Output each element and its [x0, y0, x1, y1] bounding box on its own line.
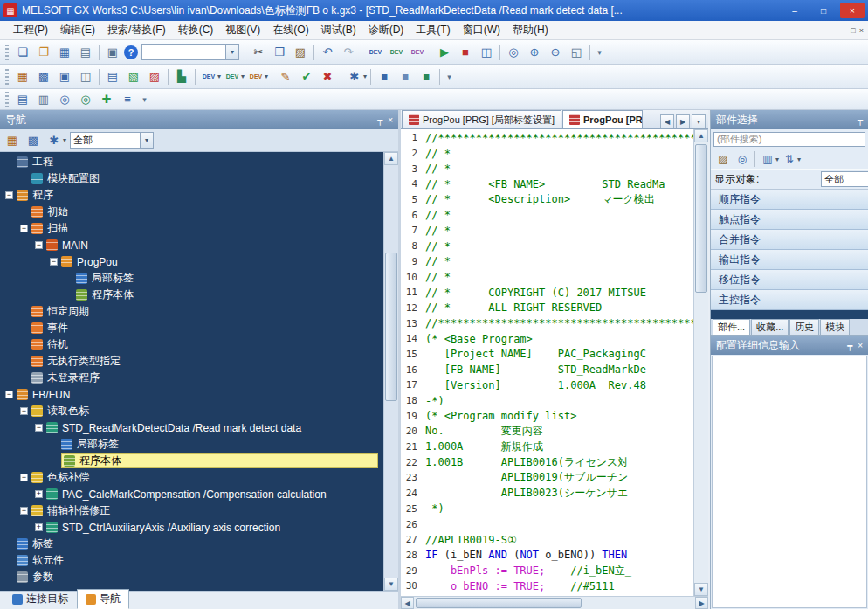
- tree-item[interactable]: 软元件: [0, 552, 383, 569]
- delete-row-icon[interactable]: ▨: [145, 67, 164, 87]
- output-window-icon[interactable]: ▣: [55, 67, 74, 87]
- scroll-up-icon[interactable]: ▲: [384, 152, 398, 165]
- display-target-combobox[interactable]: 全部: [821, 171, 868, 187]
- tree-item[interactable]: 模块配置图: [0, 170, 383, 187]
- close-icon[interactable]: ×: [388, 115, 393, 125]
- convert-icon[interactable]: ✔: [297, 67, 316, 87]
- tree-item[interactable]: −读取色标: [0, 403, 383, 419]
- menu-item[interactable]: 视图(V): [219, 21, 266, 39]
- scroll-left-icon[interactable]: ◀: [401, 597, 414, 609]
- find-icon[interactable]: ◎: [55, 90, 74, 109]
- element-selection-icon[interactable]: ▩: [34, 67, 53, 87]
- dropdown-arrow-icon[interactable]: ▾: [797, 156, 801, 163]
- toolbar-overflow-icon[interactable]: ▾: [594, 43, 605, 62]
- parts-panel-tab[interactable]: 历史: [789, 319, 819, 335]
- project-tree[interactable]: 工程模块配置图−程序初始−扫描−MAIN−ProgPou局部标签程序本体恒定周期…: [0, 152, 383, 591]
- parts-search-input[interactable]: (部件搜索): [713, 132, 865, 147]
- note-icon[interactable]: ▥: [34, 90, 53, 109]
- parts-panel-tab[interactable]: 部件...: [713, 319, 750, 335]
- menu-item[interactable]: 帮助(H): [506, 21, 555, 39]
- zoom-in-icon[interactable]: ⊕: [525, 43, 544, 62]
- tree-item[interactable]: −辅轴补偿修正: [0, 502, 383, 519]
- tree-item[interactable]: 标签: [0, 536, 383, 552]
- dropdown-arrow-icon[interactable]: ▾: [241, 73, 245, 80]
- instruction-category[interactable]: 合并指令: [711, 230, 868, 250]
- structure-icon[interactable]: ■: [417, 67, 436, 87]
- navigation-scrollbar[interactable]: ▲ ▼: [383, 152, 398, 591]
- dropdown-arrow-icon[interactable]: ▾: [363, 73, 367, 80]
- scroll-down-icon[interactable]: ▼: [384, 578, 398, 591]
- tree-item[interactable]: −程序: [0, 187, 383, 204]
- tree-item[interactable]: 事件: [0, 320, 383, 336]
- parts-panel-tab[interactable]: 收藏...: [751, 319, 789, 335]
- scroll-right-icon[interactable]: ▶: [695, 597, 708, 609]
- toolbar-overflow-icon[interactable]: ▾: [444, 67, 455, 87]
- tab-menu-icon[interactable]: ▾: [692, 114, 706, 128]
- wave-display-icon[interactable]: ▙: [172, 67, 191, 87]
- scroll-up-icon[interactable]: ▲: [694, 129, 708, 142]
- instruction-category[interactable]: 触点指令: [711, 210, 868, 230]
- toolbar-combobox[interactable]: ▾: [141, 44, 239, 60]
- instruction-category[interactable]: 输出指令: [711, 250, 868, 270]
- watch-window-icon[interactable]: ◫: [477, 43, 496, 62]
- copy-icon[interactable]: ❒: [270, 43, 289, 62]
- tree-item[interactable]: 工程: [0, 154, 383, 170]
- monitor-stop-icon[interactable]: ■: [456, 43, 475, 62]
- paste-icon[interactable]: ▨: [291, 43, 310, 62]
- dropdown-arrow-icon[interactable]: ▾: [217, 73, 221, 80]
- tree-item[interactable]: −色标补偿: [0, 469, 383, 486]
- maximize-button[interactable]: □: [811, 3, 836, 18]
- doc-close-button[interactable]: ×: [859, 26, 864, 35]
- collapse-icon[interactable]: −: [5, 391, 13, 398]
- device-batch-icon[interactable]: DEV: [408, 43, 427, 62]
- combobox-arrow-icon[interactable]: ▾: [225, 45, 238, 59]
- pin-icon[interactable]: ┯: [858, 115, 863, 125]
- device-memory-icon[interactable]: DEV: [387, 43, 406, 62]
- combobox-arrow-icon[interactable]: ▾: [140, 133, 153, 148]
- collapse-icon[interactable]: −: [20, 225, 28, 232]
- tree-item[interactable]: 局部标签: [0, 270, 383, 287]
- device-display-1-icon[interactable]: DEV: [199, 67, 218, 87]
- parts-find-icon[interactable]: ◎: [734, 150, 751, 168]
- watch-icon[interactable]: ◫: [76, 67, 95, 87]
- scroll-down-icon[interactable]: ▼: [694, 583, 708, 596]
- collapse-icon[interactable]: −: [35, 241, 43, 249]
- parts-panel-tab[interactable]: 模块: [820, 319, 850, 335]
- tree-item[interactable]: 未登录程序: [0, 370, 383, 386]
- menu-item[interactable]: 调试(B): [315, 21, 362, 39]
- open-project-icon[interactable]: ❐: [34, 43, 53, 62]
- tree-item[interactable]: 初始: [0, 204, 383, 220]
- toolbar-drag-handle[interactable]: [5, 45, 9, 60]
- line-list-icon[interactable]: ≡: [118, 90, 137, 109]
- redo-icon[interactable]: ↷: [339, 43, 358, 62]
- tree-item[interactable]: 恒定周期: [0, 303, 383, 320]
- dropdown-arrow-icon[interactable]: ▾: [265, 73, 268, 80]
- pin-icon[interactable]: ┯: [377, 115, 382, 125]
- tree-item[interactable]: 局部标签: [0, 436, 383, 453]
- zoom-out-icon[interactable]: ⊖: [546, 43, 565, 62]
- options-icon[interactable]: ✱: [345, 67, 364, 87]
- close-button[interactable]: ×: [840, 3, 865, 18]
- menu-item[interactable]: 在线(O): [266, 21, 314, 39]
- collapse-icon[interactable]: −: [20, 507, 28, 515]
- instruction-category[interactable]: 顺序指令: [711, 190, 868, 210]
- tree-item[interactable]: 参数: [0, 569, 383, 585]
- toolbar-drag-handle[interactable]: [5, 69, 9, 85]
- scrollbar-track[interactable]: [384, 165, 398, 578]
- tree-item[interactable]: −FB/FUN: [0, 386, 383, 403]
- fun-block-icon[interactable]: ■: [396, 67, 415, 87]
- insert-row-icon[interactable]: ▧: [124, 67, 143, 87]
- convert-check-icon[interactable]: ✖: [318, 67, 337, 87]
- toolbar-overflow-icon[interactable]: ▾: [139, 90, 150, 109]
- paste-parts-icon[interactable]: ▨: [714, 150, 732, 168]
- dropdown-arrow-icon[interactable]: ▾: [63, 136, 66, 144]
- save-project-icon[interactable]: ▦: [55, 43, 74, 62]
- docking-tab[interactable]: 导航: [77, 589, 129, 609]
- edit-mode-icon[interactable]: ✎: [276, 67, 295, 87]
- collapse-icon[interactable]: −: [20, 474, 28, 481]
- pin-icon[interactable]: ┯: [847, 341, 852, 350]
- device-display-2-icon[interactable]: DEV: [223, 67, 242, 87]
- device-display-3-icon[interactable]: DEV: [246, 67, 265, 87]
- scrollbar-track[interactable]: [414, 597, 695, 609]
- close-icon[interactable]: ×: [858, 341, 863, 350]
